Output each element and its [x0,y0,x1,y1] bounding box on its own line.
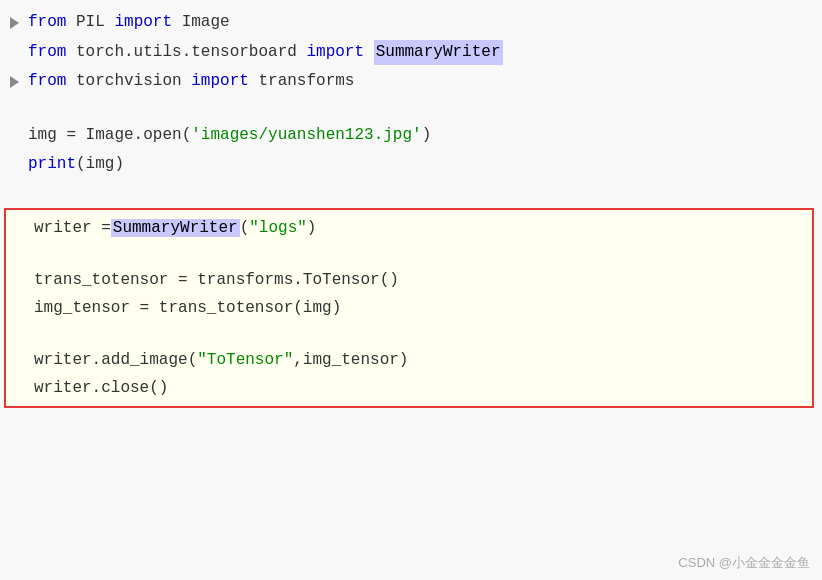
code-block-top: from PIL import Image from torch.utils.t… [0,8,822,204]
gutter-arrow-3 [6,74,22,90]
hcode-text-6a: writer.add_image( [34,351,197,369]
hcode-text-1c: ) [307,219,317,237]
hline-6: writer.add_image( "ToTensor" ,img_tensor… [6,346,812,374]
editor-container: from PIL import Image from torch.utils.t… [0,0,822,580]
keyword-from-2: from [28,40,66,66]
code-text-1b: Image [172,10,230,36]
hcode-text-1a: writer = [34,219,111,237]
watermark: CSDN @小金金金金鱼 [678,554,810,572]
hline-4: img_tensor = trans_totensor(img) [6,294,812,322]
hline-5-empty [6,322,812,346]
hcode-text-7: writer.close() [34,379,168,397]
code-text-2a: torch.utils.tensorboard [66,40,306,66]
hclass-summarywriter: SummaryWriter [111,219,240,237]
line-6: print (img) [0,150,822,180]
hline-1: writer = SummaryWriter ( "logs" ) [6,214,812,242]
hstring-1: "logs" [249,219,307,237]
code-text-1a: PIL [66,10,114,36]
line-3: from torchvision import transforms [0,67,822,97]
line-7-empty [0,180,822,204]
code-text-5b: ) [422,123,432,149]
keyword-import-3: import [191,69,249,95]
hline-7: writer.close() [6,374,812,402]
gutter-arrow-1 [6,15,22,31]
line-2: from torch.utils.tensorboard import Summ… [0,38,822,68]
line-4-empty [0,97,822,121]
line-5: img = Image.open( 'images/yuanshen123.jp… [0,121,822,151]
keyword-from-1: from [28,10,66,36]
line-1: from PIL import Image [0,8,822,38]
hline-3: trans_totensor = transforms.ToTensor() [6,266,812,294]
keyword-import-2: import [306,40,364,66]
code-text-3a: torchvision [66,69,191,95]
keyword-from-3: from [28,69,66,95]
highlighted-code-block: writer = SummaryWriter ( "logs" ) trans_… [4,208,814,408]
code-text-2b [364,40,374,66]
hcode-text-1b: ( [240,219,250,237]
hcode-text-4: img_tensor = trans_totensor(img) [34,299,341,317]
string-5: 'images/yuanshen123.jpg' [191,123,421,149]
hcode-text-6b: ,img_tensor) [293,351,408,369]
hline-2-empty [6,242,812,266]
code-text-6: (img) [76,152,124,178]
code-text-3b: transforms [249,69,355,95]
hcode-text-3: trans_totensor = transforms.ToTensor() [34,271,399,289]
hstring-6: "ToTensor" [197,351,293,369]
class-summarywriter: SummaryWriter [374,40,503,66]
keyword-import-1: import [114,10,172,36]
keyword-print: print [28,152,76,178]
code-text-5a: img = Image.open( [28,123,191,149]
